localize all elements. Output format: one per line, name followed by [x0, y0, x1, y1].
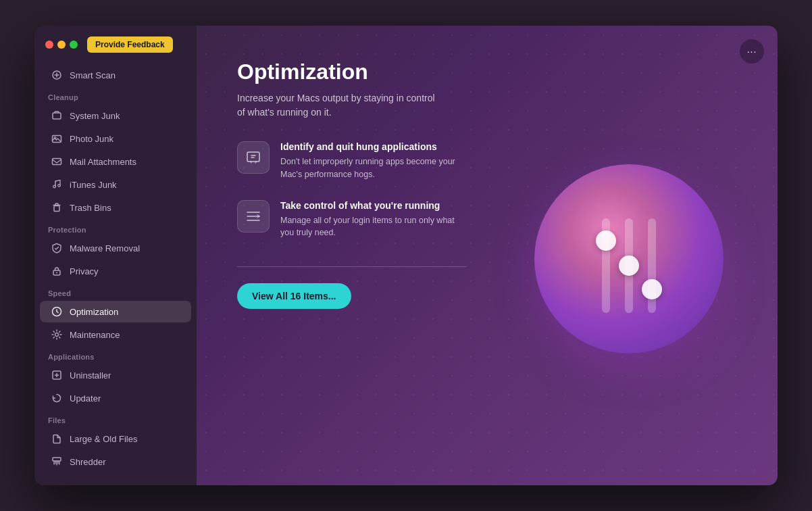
svg-point-9: [56, 272, 57, 274]
applications-section-label: Applications: [34, 346, 197, 364]
sidebar-item-shredder-label: Shredder: [70, 457, 105, 467]
malware-removal-icon: [51, 242, 63, 254]
svg-rect-13: [53, 458, 61, 461]
svg-rect-7: [54, 206, 59, 212]
cleanup-section-label: Cleanup: [34, 87, 197, 104]
sidebar-item-uninstaller-label: Uninstaller: [70, 370, 111, 381]
feature-2-desc: Manage all of your login items to run on…: [280, 214, 456, 240]
sidebar-item-uninstaller[interactable]: Uninstaller: [40, 364, 191, 386]
sidebar-item-mail-attachments[interactable]: Mail Attachments: [40, 151, 191, 172]
sidebar-item-maintenance[interactable]: Maintenance: [40, 324, 191, 345]
slider-track-3: [648, 218, 656, 313]
itunes-junk-icon: [51, 178, 63, 191]
sidebar-item-system-junk[interactable]: System Junk: [40, 105, 191, 126]
feature-1-icon-box: [237, 141, 270, 174]
more-options-button[interactable]: ···: [740, 39, 764, 64]
titlebar: Provide Feedback: [34, 36, 197, 64]
maintenance-icon: [51, 328, 63, 341]
main-content: ··· Optimization Increase your Macs outp…: [197, 26, 778, 485]
feature-2-title: Take control of what you're running: [280, 200, 456, 211]
sidebar-item-privacy-label: Privacy: [70, 266, 99, 276]
optimization-graphic: [534, 164, 724, 354]
hung-apps-icon: [245, 149, 261, 166]
login-items-icon: [245, 208, 261, 224]
sidebar-item-system-junk-label: System Junk: [70, 111, 120, 121]
mail-attachments-icon: [51, 155, 63, 168]
left-content: Optimization Increase your Macs output b…: [237, 59, 494, 458]
slider-track-2: [625, 218, 633, 313]
slider-thumb-1: [596, 230, 616, 251]
feature-2-text: Take control of what you're running Mana…: [280, 200, 456, 240]
sidebar-item-optimization[interactable]: Optimization: [40, 301, 191, 322]
right-illustration: [521, 59, 737, 458]
sidebar-item-malware-removal[interactable]: Malware Removal: [40, 237, 191, 259]
sidebar-item-updater[interactable]: Updater: [40, 387, 191, 409]
minimize-button[interactable]: [57, 41, 66, 49]
feature-1-text: Identify and quit hung applications Don'…: [280, 141, 456, 181]
sidebar-item-smart-scan-label: Smart Scan: [70, 70, 116, 80]
sidebar-item-maintenance-label: Maintenance: [70, 330, 120, 340]
protection-section-label: Protection: [34, 219, 197, 237]
feature-item-1: Identify and quit hung applications Don'…: [237, 141, 494, 181]
privacy-icon: [51, 265, 63, 277]
page-title: Optimization: [237, 59, 494, 84]
maximize-button[interactable]: [70, 41, 78, 49]
svg-rect-14: [247, 152, 259, 162]
sidebar-item-malware-removal-label: Malware Removal: [70, 243, 140, 253]
feature-1-desc: Don't let improperly running apps become…: [280, 155, 456, 181]
sidebar-item-photo-junk-label: Photo Junk: [70, 134, 113, 144]
slider-thumb-2: [619, 256, 639, 276]
svg-rect-1: [53, 113, 61, 119]
system-junk-icon: [51, 110, 63, 122]
provide-feedback-button[interactable]: Provide Feedback: [87, 36, 173, 53]
sidebar-item-mail-attachments-label: Mail Attachments: [70, 157, 136, 167]
svg-point-5: [53, 185, 56, 188]
sidebar-item-large-old-files-label: Large & Old Files: [70, 434, 137, 444]
svg-rect-4: [53, 159, 61, 165]
sidebar: Provide Feedback Smart Scan Cleanup Syst…: [34, 26, 197, 485]
close-button[interactable]: [45, 41, 53, 49]
page-subtitle: Increase your Macs output by staying in …: [237, 91, 440, 120]
feature-2-icon-box: [237, 200, 270, 233]
sidebar-item-trash-bins[interactable]: Trash Bins: [40, 197, 191, 218]
updater-icon: [51, 392, 63, 404]
shredder-icon: [51, 456, 63, 468]
sidebar-item-updater-label: Updater: [70, 393, 101, 404]
large-old-files-icon: [51, 433, 63, 445]
optimization-icon: [51, 306, 63, 318]
divider: [237, 266, 467, 267]
sidebar-item-smart-scan[interactable]: Smart Scan: [40, 64, 191, 86]
sidebar-item-photo-junk[interactable]: Photo Junk: [40, 128, 191, 149]
photo-junk-icon: [51, 132, 63, 145]
sidebar-item-optimization-label: Optimization: [70, 307, 118, 317]
sidebar-item-shredder[interactable]: Shredder: [40, 451, 191, 472]
sidebar-item-privacy[interactable]: Privacy: [40, 260, 191, 282]
slider-thumb-3: [642, 279, 662, 299]
app-window: Provide Feedback Smart Scan Cleanup Syst…: [34, 26, 778, 485]
feature-item-2: Take control of what you're running Mana…: [237, 200, 494, 240]
sidebar-item-itunes-junk-label: iTunes Junk: [70, 180, 117, 190]
traffic-lights: [45, 41, 78, 49]
sidebar-item-itunes-junk[interactable]: iTunes Junk: [40, 174, 191, 195]
smart-scan-icon: [51, 69, 63, 81]
uninstaller-icon: [51, 369, 63, 381]
view-all-button[interactable]: View All 16 Items...: [237, 283, 351, 309]
svg-point-11: [55, 333, 59, 337]
files-section-label: Files: [34, 410, 197, 427]
svg-point-6: [58, 185, 61, 187]
sidebar-item-large-old-files[interactable]: Large & Old Files: [40, 428, 191, 449]
sidebar-item-trash-bins-label: Trash Bins: [70, 203, 111, 213]
trash-bins-icon: [51, 201, 63, 214]
speed-section-label: Speed: [34, 283, 197, 300]
content-area: Optimization Increase your Macs output b…: [237, 59, 737, 458]
sliders-graphic: [602, 205, 656, 313]
slider-track-1: [602, 218, 610, 313]
feature-1-title: Identify and quit hung applications: [280, 141, 456, 152]
